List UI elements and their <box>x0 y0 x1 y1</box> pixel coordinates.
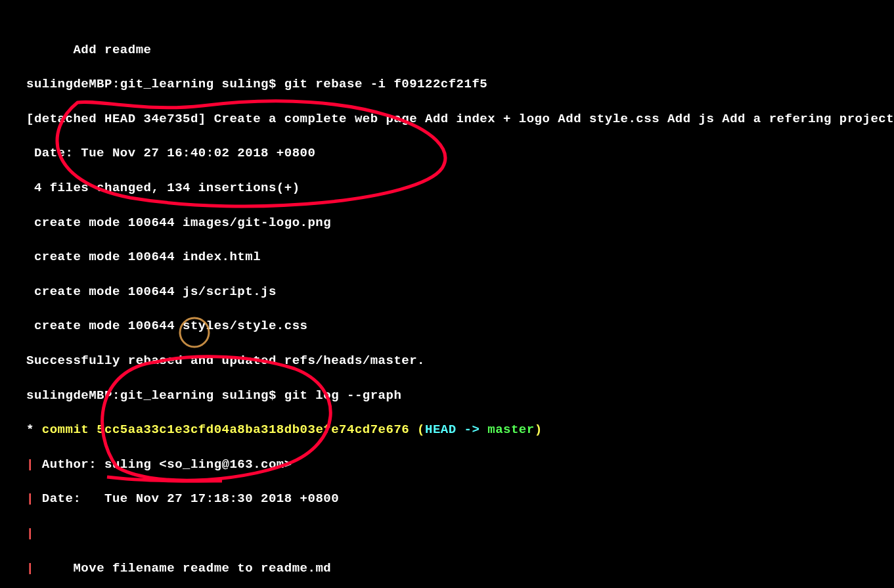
output-line: create mode 100644 index.html <box>26 248 886 265</box>
paren: ) <box>535 422 543 437</box>
shell-prompt-line: sulingdeMBP:git_learning suling$ git reb… <box>26 76 886 93</box>
graph-line: | Move filename readme to readme.md <box>26 560 886 577</box>
graph-commit-line: * commit 5cc5aa33c1e3cfd04a8ba318db03efe… <box>26 421 886 438</box>
head-ref: HEAD -> <box>425 422 487 437</box>
shell-prompt-line: sulingdeMBP:git_learning suling$ git log… <box>26 387 886 404</box>
graph-pipe: | <box>26 457 42 472</box>
graph-star: * <box>26 422 42 437</box>
graph-line: | <box>26 525 886 542</box>
date-line: Date: Tue Nov 27 17:18:30 2018 +0800 <box>42 491 339 506</box>
prompt: sulingdeMBP:git_learning suling$ <box>26 77 284 91</box>
output-line: create mode 100644 styles/style.css <box>26 317 886 334</box>
graph-pipe: | <box>26 491 42 506</box>
graph-pipe: | <box>26 561 42 576</box>
output-line: create mode 100644 images/git-logo.png <box>26 214 886 231</box>
output-line: 4 files changed, 134 insertions(+) <box>26 179 886 196</box>
output-line: create mode 100644 js/script.js <box>26 283 886 300</box>
output-line: Successfully rebased and updated refs/he… <box>26 352 886 369</box>
command: git rebase -i f09122cf21f5 <box>284 77 487 91</box>
branch-name: master <box>487 422 534 437</box>
output-line: [detached HEAD 34e735d] Create a complet… <box>26 110 886 127</box>
output-line: Date: Tue Nov 27 16:40:02 2018 +0800 <box>26 145 886 162</box>
commit-hash: commit 5cc5aa33c1e3cfd04a8ba318db03efe74… <box>42 422 409 437</box>
output-line: Add readme <box>26 41 886 58</box>
graph-pipe: | <box>26 526 34 541</box>
graph-line: | Author: suling <so_ling@163.com> <box>26 456 886 473</box>
prompt: sulingdeMBP:git_learning suling$ <box>26 388 284 403</box>
terminal-window[interactable]: Add readme sulingdeMBP:git_learning suli… <box>0 0 894 588</box>
commit-message: Move filename readme to readme.md <box>42 561 331 576</box>
author-line: Author: suling <so_ling@163.com> <box>42 457 292 472</box>
paren: ( <box>409 422 425 437</box>
graph-line: | Date: Tue Nov 27 17:18:30 2018 +0800 <box>26 490 886 507</box>
command: git log --graph <box>284 388 402 403</box>
